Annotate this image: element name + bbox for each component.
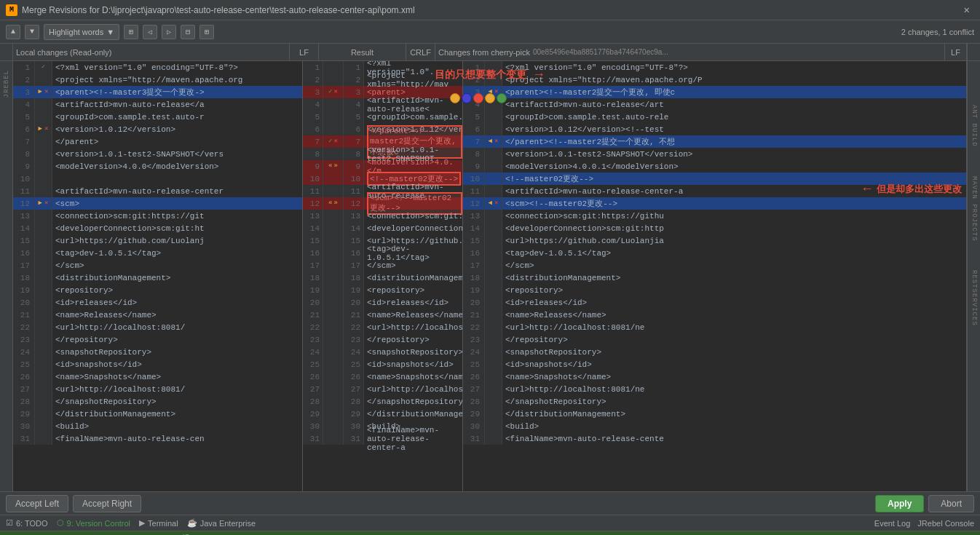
merge-right-btn[interactable]: ◀: [488, 89, 493, 95]
table-row: 4 4 <artifactId>mvn-auto-release<: [303, 98, 462, 111]
close-button[interactable]: ✕: [960, 2, 974, 17]
table-row: 16<tag>dev-1.0.5.1</tag>: [13, 247, 302, 259]
nav-next-button[interactable]: ▷: [162, 25, 176, 39]
maven-projects-label[interactable]: Maven Projects: [971, 176, 978, 242]
merge-btn-6[interactable]: ▶: [38, 126, 43, 132]
table-row: 9 <modelVersion>4.0.0</modelVersion>: [13, 160, 302, 173]
middle-pane-content[interactable]: 1 1 <?xml version="1.0"... 2 2 <project …: [303, 61, 462, 491]
table-row: 21<name>Releases</name>: [13, 309, 302, 321]
accept-left-button[interactable]: Accept Left: [6, 495, 68, 512]
reject-right-btn[interactable]: ✕: [494, 89, 499, 95]
table-row: 5 5 <groupId>com.sample.test: [303, 111, 462, 123]
prev-conflict-btn[interactable]: «: [328, 163, 333, 170]
accept-gutter-btn[interactable]: ✓: [41, 64, 46, 71]
right-pane-content[interactable]: 1 <?xml version="1.0" encoding="UTF-8"?>…: [463, 61, 966, 491]
nav-prev-button[interactable]: ◁: [143, 25, 157, 39]
reject-middle-btn[interactable]: ✕: [333, 89, 339, 95]
table-row: 2525<id>snapshots</id>: [303, 358, 462, 370]
reject-line7-btn[interactable]: ✕: [333, 138, 339, 145]
merge-left-btn[interactable]: ▶: [38, 89, 43, 95]
status-right: Event Log JRebel Console: [874, 519, 974, 528]
table-row: 28</snapshotRepository>: [13, 395, 302, 408]
table-row: 8 <version>1.0.1-test2-SNAPSHOT</vers: [13, 148, 302, 160]
table-row: 6 <version>1.0.12</version><!--test: [463, 123, 966, 135]
ant-build-label[interactable]: Ant Build: [971, 105, 978, 147]
table-row: 2222<url>http://localhost:8081/nexus: [303, 321, 462, 333]
table-row: 8 <version>1.0.1-test2-SNAPSHOT</version…: [463, 148, 966, 160]
reject-btn[interactable]: ✕: [44, 89, 49, 95]
table-row: 24<snapshotRepository>: [463, 346, 966, 358]
next-conflict-btn[interactable]: »: [333, 163, 339, 170]
grid-button[interactable]: ⊞: [124, 25, 138, 39]
table-row: 6 ▶ ✕ <version>1.0.12</version>: [13, 123, 302, 135]
table-row: 18<distributionManagement>: [13, 272, 302, 284]
table-row: 15<url>https://github.com/Luolanj: [13, 234, 302, 247]
java-enterprise-tab[interactable]: ☕ Java Enterprise: [187, 518, 256, 528]
table-row: 12 ◀ ✕ <scm><!--master02更改-->: [463, 197, 966, 210]
prev-btn-12[interactable]: «: [328, 200, 333, 207]
table-row: 4 <artifactId>mvn-auto-release</a: [13, 98, 302, 111]
middle-pane: 1 1 <?xml version="1.0"... 2 2 <project …: [303, 61, 463, 491]
settings-button2[interactable]: ⊞: [199, 25, 214, 39]
jrebel-tab[interactable]: JRebel Console: [917, 519, 974, 528]
terminal-icon: ▶: [139, 518, 145, 528]
table-row: 14<developerConnection>scm:git:http: [463, 222, 966, 234]
next-btn-12[interactable]: »: [333, 200, 339, 207]
merge-btn-12[interactable]: ▶: [38, 200, 43, 207]
changes-info: 2 changes, 1 conflict: [901, 28, 974, 36]
table-row: 1414<developerConnection>scm:git: [303, 222, 462, 234]
table-row: 16<tag>dev-1.0.5.1</tag>: [463, 247, 966, 259]
reject-btn-6[interactable]: ✕: [44, 126, 49, 132]
column-headers: Local changes (Read-only) LF Result CRLF…: [0, 44, 980, 61]
table-row: 25<id>snapshots</id>: [13, 358, 302, 370]
event-log-tab[interactable]: Event Log: [874, 519, 911, 528]
table-row: 1 ✓ <?xml version="1.0" encoding="UTF-8"…: [13, 61, 302, 74]
terminal-tab[interactable]: ▶ Terminal: [139, 518, 178, 528]
app-icon: M: [6, 4, 17, 16]
left-pane-content[interactable]: 1 ✓ <?xml version="1.0" encoding="UTF-8"…: [13, 61, 302, 491]
abort-button[interactable]: Abort: [928, 495, 974, 512]
reject-right-btn-12[interactable]: ✕: [494, 200, 499, 207]
table-row: 1717</scm>: [303, 259, 462, 272]
table-row: 1818<distributionManagement>: [303, 272, 462, 284]
merge-right-btn-7[interactable]: ◀: [488, 138, 493, 145]
table-row: 22<url>http://localhost:8081/: [13, 321, 302, 333]
reject-right-btn-7[interactable]: ✕: [494, 138, 499, 145]
java-icon: ☕: [187, 518, 197, 528]
reject-btn-12[interactable]: ✕: [44, 200, 49, 207]
git-bar: Cherry-picked with conflicts: 00e8549 <!…: [0, 531, 980, 535]
table-row: 9 <modelVersion>4.0.0.1</modelVersion>: [463, 160, 966, 173]
down-arrow-button[interactable]: ▼: [25, 25, 39, 39]
version-control-tab[interactable]: ⬡ 9: Version Control: [57, 518, 130, 528]
accept-line7-btn[interactable]: ✓: [328, 138, 333, 145]
col-header-crlf: CRLF: [406, 44, 435, 60]
todo-icon: ☑: [6, 518, 13, 528]
merge-right-btn-12[interactable]: ◀: [488, 200, 493, 207]
table-row: 23</repository>: [13, 333, 302, 346]
table-row: 15<url>https://github.com/Luolanjia: [463, 234, 966, 247]
table-row: 1919<repository>: [303, 284, 462, 296]
settings-button1[interactable]: ⊟: [181, 25, 195, 39]
left-pane: 1 ✓ <?xml version="1.0" encoding="UTF-8"…: [13, 61, 303, 491]
table-row: 2828</snapshotRepository>: [303, 395, 462, 408]
table-row: 19<repository>: [13, 284, 302, 296]
table-row: 22<url>http://localhost:8081/ne: [463, 321, 966, 333]
table-row: 10: [13, 173, 302, 185]
highlight-label: Highlight words: [49, 28, 103, 36]
accept-right-button[interactable]: Accept Right: [73, 495, 141, 512]
apply-button[interactable]: Apply: [875, 495, 924, 512]
highlight-words-button[interactable]: Highlight words ▼: [44, 24, 119, 40]
merge-area: JRebel 1 ✓ <?xml version="1.0" encoding=…: [0, 61, 980, 491]
rest-services-label[interactable]: RestServices: [971, 270, 978, 326]
table-row: 12 ▶ ✕ <scm>: [13, 197, 302, 210]
rebel-label[interactable]: JRebel: [3, 70, 10, 98]
dropdown-arrow-icon: ▼: [106, 28, 114, 36]
table-row: 2 <project xmlns="http://maven.apache.or…: [463, 74, 966, 86]
window-title: Merge Revisions for D:\ljproject\javapro…: [22, 5, 415, 15]
todo-tab[interactable]: ☑ 6: TODO: [6, 518, 48, 528]
version-control-icon: ⬡: [57, 518, 64, 528]
accept-middle-btn[interactable]: ✓: [328, 89, 333, 95]
table-row: 2727<url>http://localhost:8081/nexus: [303, 383, 462, 395]
table-row: 28</snapshotRepository>: [463, 395, 966, 408]
up-arrow-button[interactable]: ▲: [6, 25, 20, 39]
